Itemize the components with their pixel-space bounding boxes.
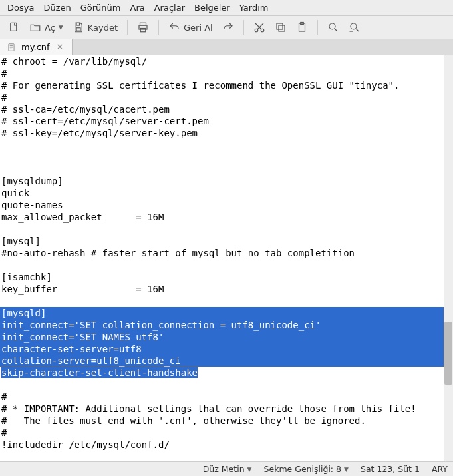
chevron-down-icon: ▼ [59, 24, 63, 31]
paste-icon [296, 21, 308, 33]
search-icon [327, 21, 339, 33]
editor-line[interactable] [0, 223, 453, 235]
editor-line-selected[interactable]: skip-character-set-client-handshake [0, 367, 453, 379]
save-icon [73, 21, 84, 33]
menu-view[interactable]: Görünüm [76, 1, 126, 14]
editor-line[interactable]: # [0, 391, 453, 403]
filetype-label: Düz Metin [203, 464, 245, 474]
svg-rect-0 [11, 23, 17, 31]
new-file-button[interactable] [4, 19, 24, 36]
menu-tools[interactable]: Araçlar [150, 1, 190, 14]
menu-search[interactable]: Ara [125, 1, 149, 14]
separator [243, 20, 244, 35]
editor-line[interactable] [0, 163, 453, 175]
svg-rect-2 [76, 23, 80, 25]
toolbar: Aç ▼ Kaydet Geri Al [0, 16, 453, 39]
vertical-scrollbar[interactable] [444, 55, 453, 461]
separator [127, 20, 128, 35]
tabbar: my.cnf ✕ [0, 39, 453, 55]
editor-line[interactable]: key_buffer = 16M [0, 283, 453, 295]
cursor-position: Sat 123, Süt 1 [361, 464, 420, 474]
editor-area[interactable]: # chroot = /var/lib/mysql/## For generat… [0, 55, 453, 461]
insert-mode[interactable]: ARY [432, 464, 448, 474]
editor-line[interactable]: #no-auto-rehash # faster start of mysql … [0, 247, 453, 259]
editor-line[interactable]: [mysql] [0, 235, 453, 247]
scroll-thumb[interactable] [444, 322, 452, 385]
search-button[interactable] [323, 19, 343, 36]
editor-line[interactable] [0, 379, 453, 391]
editor-line[interactable]: quick [0, 187, 453, 199]
open-label: Aç [45, 23, 55, 33]
svg-rect-8 [279, 25, 285, 31]
menu-file[interactable]: Dosya [3, 1, 39, 14]
editor-line[interactable] [0, 139, 453, 151]
open-button[interactable]: Aç ▼ [25, 19, 67, 36]
new-file-icon [8, 21, 20, 33]
editor-line[interactable]: # For generating SSL certificates I reco… [0, 79, 453, 91]
save-button[interactable]: Kaydet [69, 19, 122, 36]
editor-line[interactable]: [isamchk] [0, 271, 453, 283]
tab-filename: my.cnf [21, 42, 50, 52]
editor-line-selected[interactable]: [mysqld] [0, 307, 453, 319]
filetype-selector[interactable]: Düz Metin ▼ [203, 464, 252, 474]
tabwidth-label: Sekme Genişliği: [264, 464, 334, 474]
editor-line[interactable]: max_allowed_packet = 16M [0, 211, 453, 223]
file-tab[interactable]: my.cnf ✕ [0, 39, 73, 55]
editor-line[interactable]: !includedir /etc/mysql/conf.d/ [0, 439, 453, 451]
undo-icon [168, 21, 180, 33]
redo-icon [222, 21, 234, 33]
paste-button[interactable] [292, 19, 312, 36]
menubar: Dosya Düzen Görünüm Ara Araçlar Belgeler… [0, 0, 453, 16]
cut-button[interactable] [249, 19, 269, 36]
undo-label: Geri Al [184, 23, 213, 33]
editor-line[interactable]: # ssl-cert=/etc/mysql/server-cert.pem [0, 115, 453, 127]
svg-rect-1 [76, 28, 80, 31]
separator [158, 20, 159, 35]
editor-line[interactable]: # [0, 91, 453, 103]
editor-line[interactable]: quote-names [0, 199, 453, 211]
cut-icon [253, 21, 265, 33]
tabwidth-selector[interactable]: Sekme Genişliği: 8 ▼ [264, 464, 349, 474]
editor-line[interactable]: # ssl-key=/etc/mysql/server-key.pem [0, 127, 453, 139]
menu-edit[interactable]: Düzen [39, 1, 75, 14]
editor-line-selected[interactable]: character-set-server=utf8 [0, 343, 453, 355]
editor-line-selected[interactable]: collation-server=utf8_unicode_ci [0, 355, 453, 367]
chevron-down-icon: ▼ [344, 466, 349, 473]
chevron-down-icon: ▼ [247, 466, 252, 473]
editor-line[interactable]: # [0, 67, 453, 79]
editor-line[interactable] [0, 295, 453, 307]
editor-line[interactable] [0, 259, 453, 271]
search-replace-button[interactable] [345, 19, 365, 36]
svg-point-12 [329, 23, 335, 29]
editor-line[interactable]: # The files must end with '.cnf', otherw… [0, 415, 453, 427]
save-label: Kaydet [88, 23, 118, 33]
svg-rect-5 [140, 29, 146, 32]
close-icon[interactable]: ✕ [55, 42, 65, 52]
tabwidth-value: 8 [336, 464, 341, 474]
editor-line[interactable]: # [0, 427, 453, 439]
editor-line[interactable]: # chroot = /var/lib/mysql/ [0, 55, 453, 67]
print-button[interactable] [133, 19, 153, 36]
menu-documents[interactable]: Belgeler [190, 1, 235, 14]
svg-rect-9 [277, 23, 283, 29]
copy-button[interactable] [271, 19, 291, 36]
search-replace-icon [349, 21, 361, 33]
editor-line[interactable]: [mysqldump] [0, 175, 453, 187]
redo-button[interactable] [218, 19, 238, 36]
menu-help[interactable]: Yardım [235, 1, 273, 14]
print-icon [137, 21, 149, 33]
copy-icon [275, 21, 287, 33]
separator [317, 20, 318, 35]
editor-line-selected[interactable]: init_connect='SET collation_connection =… [0, 319, 453, 331]
editor-line[interactable]: # ssl-ca=/etc/mysql/cacert.pem [0, 103, 453, 115]
undo-button[interactable]: Geri Al [164, 19, 217, 36]
statusbar: Düz Metin ▼ Sekme Genişliği: 8 ▼ Sat 123… [0, 461, 453, 476]
editor-line[interactable] [0, 151, 453, 163]
svg-point-13 [351, 23, 357, 29]
editor-line-selected[interactable]: init_connect='SET NAMES utf8' [0, 331, 453, 343]
file-icon [7, 43, 16, 52]
open-icon [29, 21, 41, 33]
editor-line[interactable]: # * IMPORTANT: Additional settings that … [0, 403, 453, 415]
